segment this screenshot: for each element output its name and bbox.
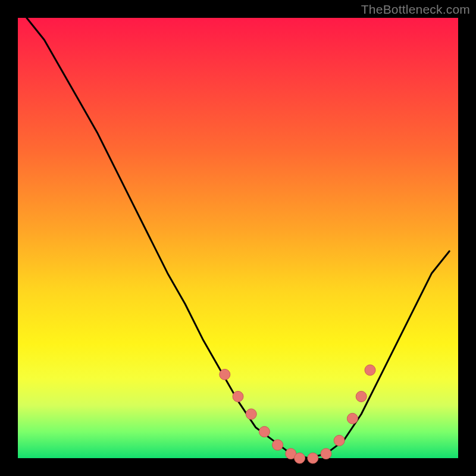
curve-marker — [220, 369, 230, 380]
curve-marker — [233, 391, 243, 402]
chart-svg — [0, 0, 476, 476]
highlighted-points — [220, 365, 375, 464]
curve-marker — [273, 440, 283, 450]
curve-marker — [308, 453, 318, 464]
curve-marker — [259, 427, 270, 437]
curve-marker — [365, 365, 375, 375]
curve-marker — [334, 435, 345, 446]
curve-marker — [356, 391, 367, 402]
curve-marker — [347, 413, 358, 424]
curve-marker — [246, 409, 256, 419]
chart-frame: TheBottleneck.com — [0, 0, 476, 476]
curve-marker — [321, 449, 331, 459]
curve-marker — [295, 453, 305, 464]
